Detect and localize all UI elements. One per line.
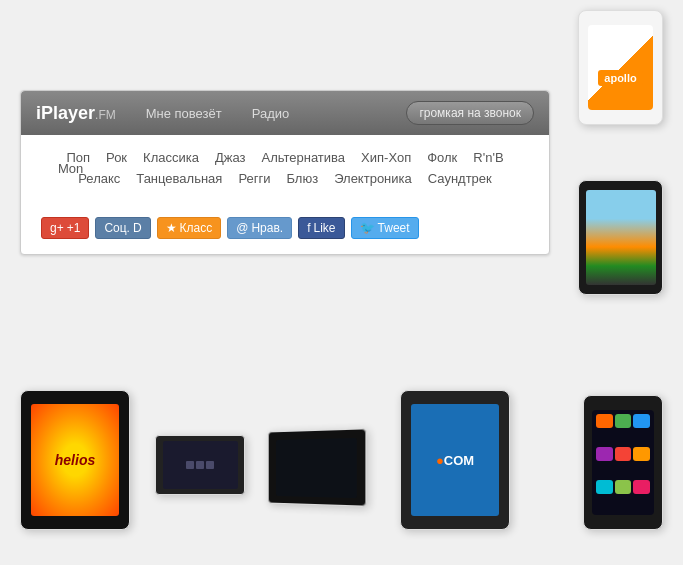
genre-classic[interactable]: Классика: [143, 150, 199, 165]
genre-reggae[interactable]: Регги: [238, 171, 270, 186]
tablet-phone[interactable]: [583, 395, 663, 530]
app-icon-7: [596, 480, 613, 494]
app-icon-2: [615, 414, 632, 428]
genre-electronic[interactable]: Электроника: [334, 171, 412, 186]
mon-label: Mon: [58, 161, 83, 176]
app-icon-5: [615, 447, 632, 461]
app-icon-3: [633, 414, 650, 428]
lucky-link[interactable]: Мне повезёт: [146, 106, 222, 121]
genre-section: Поп Рок Классика Джаз Альтернатива Хип-Х…: [21, 135, 549, 207]
genre-rock[interactable]: Рок: [106, 150, 127, 165]
soc-icon: D: [133, 221, 142, 235]
app-icon-1: [596, 414, 613, 428]
odnok-icon: ★: [166, 221, 177, 235]
nrav-icon: @: [236, 221, 248, 235]
genre-row-1: Поп Рок Классика Джаз Альтернатива Хип-Х…: [41, 150, 529, 165]
soc-button[interactable]: Соц. D: [95, 217, 150, 239]
genre-soundtrack[interactable]: Саундтрек: [428, 171, 492, 186]
fb-icon: f: [307, 221, 310, 235]
nav-bar: iPlayer.FM Мне повезёт Радио громкая на …: [21, 91, 549, 135]
com-logo: ●COM: [436, 453, 474, 468]
nrav-button[interactable]: @ Нрав.: [227, 217, 292, 239]
tablet-apollo[interactable]: apollo: [578, 10, 663, 125]
tablet-sunset[interactable]: [578, 180, 663, 295]
genre-jazz[interactable]: Джаз: [215, 150, 246, 165]
tablet-com[interactable]: ●COM: [400, 390, 510, 530]
angled-screen: [276, 437, 357, 497]
genre-hiphop[interactable]: Хип-Хоп: [361, 150, 411, 165]
mini-icon-3: [206, 461, 214, 469]
app-icon-6: [633, 447, 650, 461]
radio-link[interactable]: Радио: [252, 106, 290, 121]
genre-alternative[interactable]: Альтернатива: [261, 150, 345, 165]
apollo-screen: apollo: [588, 25, 653, 110]
genre-folk[interactable]: Фолк: [427, 150, 457, 165]
tablet-angled[interactable]: [268, 428, 367, 506]
genre-blues[interactable]: Блюз: [286, 171, 318, 186]
mini-icon-1: [186, 461, 194, 469]
player-widget: iPlayer.FM Мне повезёт Радио громкая на …: [20, 90, 550, 255]
com-dot-icon: ●: [436, 453, 444, 468]
mini-icon-2: [196, 461, 204, 469]
tablet-small-dark[interactable]: [155, 435, 245, 495]
gplus-icon: g+: [50, 221, 64, 235]
app-icon-4: [596, 447, 613, 461]
helios-screen: helios: [31, 404, 119, 516]
sunset-screen: [586, 190, 656, 285]
small-dark-screen: [163, 441, 238, 489]
genre-dance[interactable]: Танцевальная: [136, 171, 222, 186]
genre-rnb[interactable]: R'n'B: [473, 150, 503, 165]
like-button[interactable]: f Like: [298, 217, 344, 239]
apollo-logo: apollo: [598, 70, 642, 86]
tweet-button[interactable]: 🐦 Tweet: [351, 217, 419, 239]
com-screen: ●COM: [411, 404, 499, 516]
app-icon-9: [633, 480, 650, 494]
social-row: g+ +1 Соц. D ★ Класс @ Нрав. f Like 🐦 Tw…: [21, 207, 549, 254]
phone-screen: [592, 410, 654, 515]
genre-relax[interactable]: Релакс: [78, 171, 120, 186]
odnok-button[interactable]: ★ Класс: [157, 217, 222, 239]
gplus-button[interactable]: g+ +1: [41, 217, 89, 239]
tablet-helios[interactable]: helios: [20, 390, 130, 530]
app-logo: iPlayer.FM: [36, 103, 116, 124]
genre-row-2: Релакс Танцевальная Регги Блюз Электрони…: [41, 171, 529, 186]
loud-call-button[interactable]: громкая на звонок: [406, 101, 534, 125]
app-icon-8: [615, 480, 632, 494]
twitter-icon: 🐦: [360, 221, 375, 235]
